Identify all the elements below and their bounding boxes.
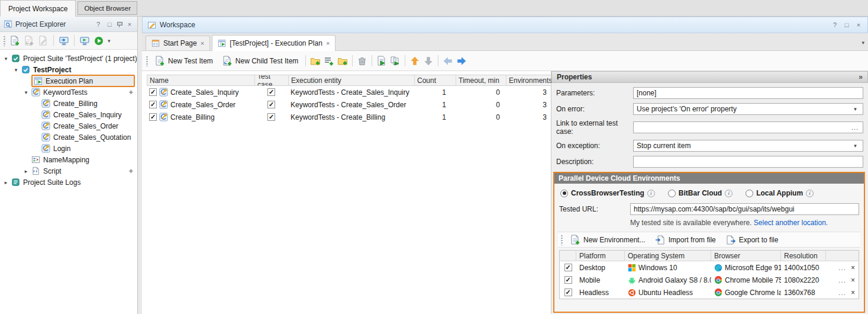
environments-count[interactable]: 3 xyxy=(543,88,547,97)
column-header-platform[interactable]: Platform xyxy=(576,251,625,261)
radio-icon[interactable] xyxy=(746,190,753,197)
on-error-dropdown[interactable]: Use project's 'On error' property ▾ xyxy=(633,103,863,115)
timeout-value[interactable]: 0 xyxy=(496,101,500,109)
expander-closed-icon[interactable]: ▸ xyxy=(2,180,9,185)
column-header-count[interactable]: Count xyxy=(415,75,456,85)
tree-item-create-sales-order[interactable]: Create_Sales_Order xyxy=(0,120,137,132)
timeout-value[interactable]: 0 xyxy=(496,88,500,97)
add-group-button[interactable] xyxy=(310,56,321,66)
info-icon[interactable] xyxy=(806,190,814,197)
description-input[interactable] xyxy=(633,156,863,168)
expander-open-icon[interactable]: ▾ xyxy=(2,56,9,62)
chevron-down-icon[interactable]: ▾ xyxy=(851,143,860,149)
run-test-button[interactable] xyxy=(79,36,90,46)
close-tab-icon[interactable]: × xyxy=(326,40,330,47)
parameters-value[interactable]: [none] xyxy=(633,87,863,99)
tab-start-page[interactable]: Start Page × xyxy=(146,36,210,50)
add-folder-button[interactable] xyxy=(337,56,348,66)
tab-object-browser[interactable]: Object Browser xyxy=(78,1,137,15)
edit-environment-button[interactable]: ... xyxy=(838,289,846,297)
link-external-input[interactable]: ... xyxy=(633,121,863,133)
radio-bitbar-cloud[interactable]: BitBar Cloud xyxy=(668,189,733,197)
close-panel-button[interactable]: × xyxy=(125,21,134,28)
toolbar-grip[interactable] xyxy=(3,36,6,46)
timeout-value[interactable]: 0 xyxy=(496,113,500,121)
tree-item-keywordtests[interactable]: ▾ KeywordTests + xyxy=(0,86,137,98)
tree-item-create-billing[interactable]: Create_Billing xyxy=(0,98,137,109)
tree-item-project-suite-logs[interactable]: ▸ Project Suite Logs xyxy=(0,177,137,188)
edit-item-button[interactable] xyxy=(38,36,49,46)
run-options-caret-icon[interactable]: ▾ xyxy=(108,38,111,44)
move-up-button[interactable] xyxy=(409,56,420,66)
environment-checkbox[interactable] xyxy=(564,276,572,284)
select-location-link[interactable]: Select another location. xyxy=(754,219,828,227)
table-row[interactable]: Create_Billing KeywordTests - Create_Bil… xyxy=(147,111,551,123)
help-button[interactable]: ? xyxy=(831,21,839,28)
tree-item-login[interactable]: Login xyxy=(0,143,137,154)
column-header-name[interactable]: Name xyxy=(147,75,255,85)
tested-url-input[interactable] xyxy=(630,203,859,215)
column-header-execution-entity[interactable]: Execution entity xyxy=(289,75,415,85)
column-header-timeout[interactable]: Timeout, min xyxy=(456,75,506,85)
indent-button[interactable] xyxy=(456,56,467,66)
test-case-checkbox[interactable] xyxy=(267,101,275,108)
on-exception-dropdown[interactable]: Stop current item ▾ xyxy=(633,140,863,152)
move-down-button[interactable] xyxy=(423,56,434,66)
toolbar-grip[interactable] xyxy=(146,56,149,66)
count-value[interactable]: 1 xyxy=(442,101,446,109)
run-state-button[interactable] xyxy=(59,36,69,46)
new-child-test-item-button[interactable]: New Child Test Item xyxy=(219,54,301,68)
expander-closed-icon[interactable]: ▸ xyxy=(22,168,30,174)
column-header-resolution[interactable]: Resolution xyxy=(781,251,826,261)
float-button[interactable]: □ xyxy=(843,21,851,28)
add-items-list-button[interactable] xyxy=(324,56,334,66)
expander-open-icon[interactable]: ▾ xyxy=(12,67,20,73)
radio-selected-icon[interactable] xyxy=(560,190,568,197)
run-focused-button[interactable] xyxy=(390,56,401,66)
chevron-down-icon[interactable]: ▾ xyxy=(851,106,860,112)
toolbar-grip[interactable] xyxy=(560,235,563,245)
help-button[interactable]: ? xyxy=(94,21,102,28)
tree-item-testproject[interactable]: ▾ TestProject xyxy=(0,64,137,75)
tree-item-create-sales-inquiry[interactable]: Create_Sales_Inquiry xyxy=(0,109,137,120)
outdent-button[interactable] xyxy=(443,56,453,66)
close-panel-button[interactable]: × xyxy=(854,21,863,28)
edit-environment-button[interactable]: ... xyxy=(838,264,846,272)
tab-project-workspace[interactable]: Project Workspace xyxy=(0,0,76,17)
tree-item-namemapping[interactable]: NameMapping xyxy=(0,154,137,165)
remove-environment-icon[interactable]: × xyxy=(851,289,855,297)
remove-environment-icon[interactable]: × xyxy=(851,276,855,284)
tree-item-create-sales-quotation[interactable]: Create_Sales_Quotation xyxy=(0,132,137,143)
export-to-file-button[interactable]: Export to file xyxy=(722,233,782,246)
radio-local-appium[interactable]: Local Appium xyxy=(746,189,814,197)
environment-row[interactable]: Desktop Windows 10 Microsoft Edge 91 140… xyxy=(560,261,859,274)
delete-item-button[interactable] xyxy=(357,56,367,66)
test-case-checkbox[interactable] xyxy=(267,88,275,96)
add-script-button[interactable]: + xyxy=(128,166,133,175)
environment-row[interactable]: Mobile Android Galaxy S8 / 8.0 Chrome Mo… xyxy=(560,274,859,286)
info-icon[interactable] xyxy=(725,190,733,197)
environments-count[interactable]: 3 xyxy=(543,113,547,121)
test-case-checkbox[interactable] xyxy=(267,113,275,121)
add-existing-item-button[interactable] xyxy=(24,36,34,46)
radio-icon[interactable] xyxy=(668,190,676,197)
float-button[interactable]: □ xyxy=(105,21,114,28)
run-selected-button[interactable] xyxy=(376,56,387,66)
new-environment-button[interactable]: New Environment... xyxy=(567,233,648,246)
enabled-checkbox[interactable] xyxy=(149,101,157,108)
add-item-button[interactable] xyxy=(9,36,20,46)
tab-execution-plan[interactable]: [TestProject] - Execution Plan × xyxy=(212,35,335,51)
close-tab-icon[interactable]: × xyxy=(201,40,204,47)
expander-open-icon[interactable]: ▾ xyxy=(22,89,30,95)
count-value[interactable]: 1 xyxy=(442,88,446,97)
environment-checkbox[interactable] xyxy=(564,264,572,271)
edit-environment-button[interactable]: ... xyxy=(838,276,846,284)
count-value[interactable]: 1 xyxy=(442,113,446,121)
remove-environment-icon[interactable]: × xyxy=(851,264,855,272)
column-header-test-case[interactable]: Test case xyxy=(255,75,289,85)
environment-row[interactable]: Headless Ubuntu Headless Google Chrome l… xyxy=(560,286,859,299)
enabled-checkbox[interactable] xyxy=(149,88,157,96)
table-row[interactable]: Create_Sales_Inquiry KeywordTests - Crea… xyxy=(147,86,551,98)
tab-list-caret-icon[interactable]: ▾ xyxy=(861,40,864,46)
info-icon[interactable] xyxy=(647,190,655,197)
